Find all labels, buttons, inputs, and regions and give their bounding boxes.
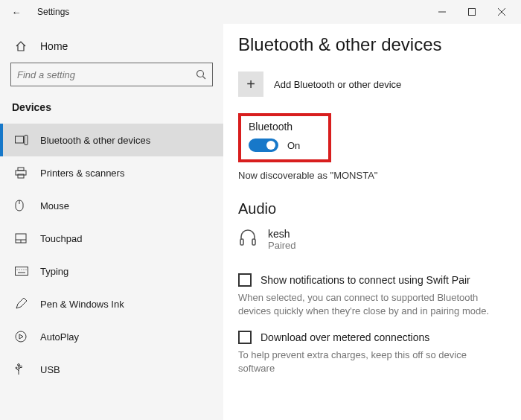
back-button[interactable]: ← bbox=[9, 7, 24, 18]
page-title: Bluetooth & other devices bbox=[238, 34, 506, 55]
section-header: Devices bbox=[0, 101, 223, 124]
nav-typing[interactable]: Typing bbox=[0, 255, 223, 287]
svg-rect-16 bbox=[16, 267, 28, 276]
svg-point-4 bbox=[197, 71, 204, 77]
nav-label: AutoPlay bbox=[40, 331, 79, 343]
usb-icon bbox=[15, 363, 28, 375]
pen-icon bbox=[15, 298, 28, 310]
maximize-button[interactable] bbox=[457, 0, 487, 24]
maximize-icon bbox=[468, 8, 476, 16]
home-icon bbox=[15, 40, 28, 52]
nav-touchpad[interactable]: Touchpad bbox=[0, 222, 223, 255]
nav-label: Pen & Windows Ink bbox=[40, 299, 124, 310]
svg-point-20 bbox=[21, 269, 22, 270]
nav-label: Printers & scanners bbox=[40, 168, 124, 179]
bluetooth-toggle[interactable] bbox=[249, 139, 278, 152]
main-panel: Bluetooth & other devices + Add Bluetoot… bbox=[223, 24, 521, 420]
nav-label: USB bbox=[40, 364, 60, 375]
metered-checkbox[interactable] bbox=[238, 331, 252, 344]
nav-bluetooth[interactable]: Bluetooth & other devices bbox=[0, 124, 223, 156]
swift-pair-checkbox[interactable] bbox=[238, 273, 252, 287]
home-label: Home bbox=[40, 40, 68, 52]
svg-rect-29 bbox=[252, 239, 255, 245]
nav-label: Touchpad bbox=[40, 233, 82, 244]
svg-line-5 bbox=[203, 77, 206, 80]
nav-label: Mouse bbox=[40, 200, 69, 211]
metered-label: Download over metered connections bbox=[260, 331, 429, 343]
metered-row[interactable]: Download over metered connections bbox=[238, 331, 506, 344]
app-title: Settings bbox=[37, 7, 69, 17]
mouse-icon bbox=[15, 200, 28, 211]
svg-rect-28 bbox=[240, 239, 243, 245]
add-device-row[interactable]: + Add Bluetooth or other device bbox=[238, 71, 506, 97]
nav-usb[interactable]: USB bbox=[0, 353, 223, 386]
search-box[interactable] bbox=[10, 63, 213, 86]
nav-label: Typing bbox=[40, 266, 68, 277]
svg-rect-1 bbox=[469, 9, 476, 16]
plus-icon: + bbox=[238, 71, 263, 97]
nav-pen[interactable]: Pen & Windows Ink bbox=[0, 287, 223, 320]
nav-label: Bluetooth & other devices bbox=[40, 135, 150, 146]
add-device-label: Add Bluetooth or other device bbox=[274, 79, 401, 90]
bluetooth-highlight-box: Bluetooth On bbox=[238, 113, 331, 162]
audio-device-row[interactable]: kesh Paired bbox=[238, 225, 506, 269]
device-status: Paired bbox=[268, 240, 296, 251]
svg-rect-6 bbox=[16, 136, 24, 143]
close-button[interactable] bbox=[487, 0, 517, 24]
nav-printers[interactable]: Printers & scanners bbox=[0, 156, 223, 189]
svg-point-23 bbox=[16, 331, 26, 342]
discoverable-text: Now discoverable as "MONSTA" bbox=[238, 170, 506, 181]
touchpad-icon bbox=[15, 233, 28, 244]
minimize-icon bbox=[438, 8, 446, 16]
minimize-button[interactable] bbox=[427, 0, 457, 24]
search-input[interactable] bbox=[17, 69, 196, 80]
printer-icon bbox=[15, 167, 28, 179]
svg-point-19 bbox=[19, 269, 19, 270]
svg-rect-7 bbox=[25, 136, 28, 145]
devices-icon bbox=[15, 135, 28, 145]
bluetooth-heading: Bluetooth bbox=[249, 121, 300, 133]
svg-point-27 bbox=[16, 367, 17, 369]
search-icon bbox=[196, 69, 206, 80]
bluetooth-state: On bbox=[287, 140, 300, 151]
sidebar: Home Devices Bluetooth & other devices P… bbox=[0, 24, 223, 420]
swift-pair-label: Show notifications to connect using Swif… bbox=[260, 274, 470, 286]
keyboard-icon bbox=[15, 267, 28, 276]
svg-point-21 bbox=[23, 269, 24, 270]
home-row[interactable]: Home bbox=[0, 37, 223, 63]
headphones-icon bbox=[238, 228, 258, 247]
nav-autoplay[interactable]: AutoPlay bbox=[0, 320, 223, 353]
svg-rect-8 bbox=[18, 168, 24, 171]
metered-desc: To help prevent extra charges, keep this… bbox=[238, 349, 491, 375]
autoplay-icon bbox=[15, 331, 28, 343]
audio-heading: Audio bbox=[238, 200, 506, 217]
svg-point-22 bbox=[25, 269, 26, 270]
device-name: kesh bbox=[268, 228, 296, 240]
swift-pair-desc: When selected, you can connect to suppor… bbox=[238, 291, 491, 317]
swift-pair-row[interactable]: Show notifications to connect using Swif… bbox=[238, 273, 506, 287]
titlebar: ← Settings bbox=[0, 0, 521, 24]
svg-rect-26 bbox=[20, 366, 22, 368]
nav-mouse[interactable]: Mouse bbox=[0, 189, 223, 222]
svg-point-18 bbox=[16, 269, 17, 270]
close-icon bbox=[498, 8, 505, 16]
